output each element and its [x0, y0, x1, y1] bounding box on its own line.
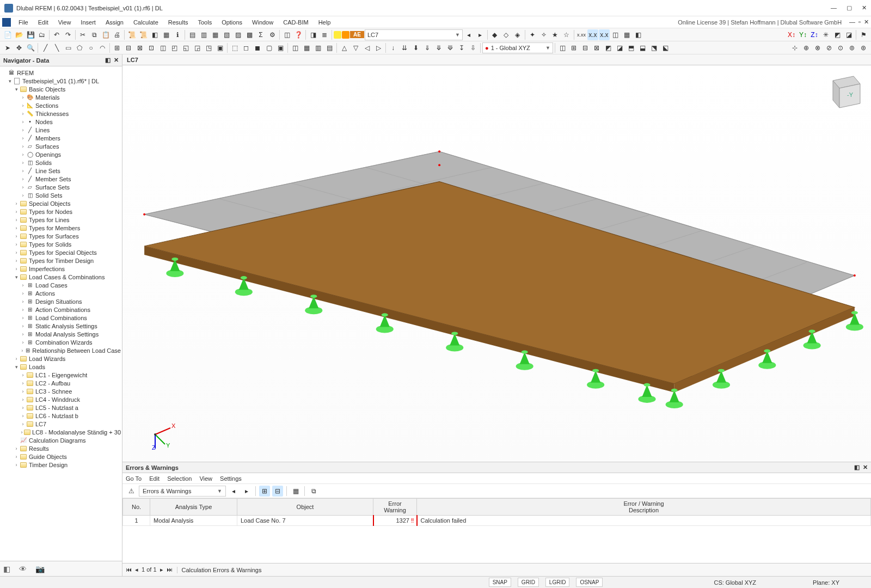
snap1-icon[interactable]: ⊹ — [789, 42, 800, 53]
close-panel-icon[interactable]: ✕ — [863, 464, 868, 471]
view-cube[interactable]: -Y — [822, 71, 864, 113]
ld7-icon[interactable]: ↧ — [456, 42, 467, 53]
ld1-icon[interactable]: ↓ — [388, 42, 398, 53]
display-icon[interactable]: ◨ — [308, 29, 318, 40]
pan-icon[interactable]: ✥ — [14, 42, 24, 53]
lbl2-icon[interactable]: x.x — [587, 29, 598, 40]
calc2-icon[interactable]: ⚙ — [267, 29, 278, 40]
tree-lcc-4[interactable]: ›⊞Load Combinations — [0, 314, 122, 322]
col-object[interactable]: Object — [237, 499, 373, 516]
maximize-button[interactable]: ▢ — [847, 4, 852, 11]
color1-icon[interactable] — [334, 31, 341, 39]
m8-icon[interactable]: ◲ — [192, 42, 203, 53]
menu-window[interactable]: Window — [248, 18, 278, 27]
prev-lc-icon[interactable]: ◂ — [463, 29, 474, 40]
tree-folder-8[interactable]: ›Imperfections — [0, 265, 122, 273]
tree-lcc[interactable]: ▾Load Cases & Combinations — [0, 273, 122, 281]
err-prev-icon[interactable]: ◂ — [228, 486, 239, 497]
tree-folder-3[interactable]: ›Types for Members — [0, 224, 122, 232]
m2-icon[interactable]: ⊟ — [123, 42, 134, 53]
v9-icon[interactable]: ⬔ — [648, 42, 659, 53]
snap4-icon[interactable]: ⊘ — [824, 42, 835, 53]
lbl6-icon[interactable]: ◧ — [633, 29, 644, 40]
tree-load-1[interactable]: ›LC2 - Aufbau — [0, 379, 122, 387]
tree-lcc-1[interactable]: ›⊞Actions — [0, 289, 122, 297]
menu-help[interactable]: Help — [314, 18, 335, 27]
menu-cadbim[interactable]: CAD-BIM — [279, 18, 312, 27]
tree-basic-5[interactable]: ›╱Members — [0, 134, 122, 142]
err-next-icon[interactable]: ▸ — [241, 486, 252, 497]
snap-toggle[interactable]: SNAP — [489, 578, 511, 587]
sup4-icon[interactable]: ▷ — [373, 42, 384, 53]
tree-folder-1[interactable]: ›Types for Nodes — [0, 207, 122, 216]
ld5-icon[interactable]: ⤋ — [433, 42, 444, 53]
axis-z-icon[interactable]: Z↕ — [809, 29, 820, 40]
tree-load-3[interactable]: ›LC4 - Winddruck — [0, 395, 122, 403]
errors-table[interactable]: No. Analysis Type Object Error Warning E… — [122, 498, 871, 563]
v3-icon[interactable]: ⊟ — [580, 42, 591, 53]
sigma-icon[interactable]: Σ — [255, 29, 266, 40]
tree-load-5[interactable]: ›LC6 - Nutzlast b — [0, 412, 122, 420]
s7-icon[interactable]: ▦ — [301, 42, 312, 53]
script2-icon[interactable]: 📜 — [138, 29, 149, 40]
star4-icon[interactable]: ☆ — [561, 29, 572, 40]
snap5-icon[interactable]: ⊙ — [835, 42, 846, 53]
tree-results[interactable]: ›Results — [0, 444, 122, 452]
prev-page-icon[interactable]: ◂ — [135, 566, 138, 573]
err-tool1-icon[interactable]: ⊞ — [259, 486, 270, 497]
rect-icon[interactable]: ▭ — [63, 42, 73, 53]
errors-filter-combo[interactable]: Errors & Warnings ▼ — [139, 486, 226, 497]
tree-lcc-3[interactable]: ›⊞Action Combinations — [0, 305, 122, 314]
err-menu-edit[interactable]: Edit — [149, 475, 160, 482]
tree-basic-6[interactable]: ›▱Surfaces — [0, 142, 122, 150]
tree-load-2[interactable]: ›LC3 - Schnee — [0, 387, 122, 395]
next-lc-icon[interactable]: ▸ — [475, 29, 486, 40]
tree-basic-7[interactable]: ›◯Openings — [0, 150, 122, 158]
v8-icon[interactable]: ⬓ — [637, 42, 648, 53]
menu-options[interactable]: Options — [217, 18, 247, 27]
err-menu-selection[interactable]: Selection — [167, 475, 192, 482]
ld4-icon[interactable]: ⇓ — [422, 42, 433, 53]
line-icon[interactable]: ╱ — [40, 42, 51, 53]
m9-icon[interactable]: ◳ — [203, 42, 214, 53]
ld8-icon[interactable]: ⇩ — [468, 42, 479, 53]
menu-calculate[interactable]: Calculate — [129, 18, 163, 27]
table4-icon[interactable]: ▧ — [221, 29, 232, 40]
poly-icon[interactable]: ⬠ — [74, 42, 85, 53]
tree-calc-diagrams[interactable]: 📈Calculation Diagrams — [0, 436, 122, 444]
table5-icon[interactable]: ▨ — [232, 29, 243, 40]
last-page-icon[interactable]: ⏭ — [167, 566, 173, 573]
axis-y-icon[interactable]: Y↕ — [798, 29, 808, 40]
tree-root[interactable]: 🏛RFEM — [0, 69, 122, 77]
menu-tools[interactable]: Tools — [193, 18, 216, 27]
axis-xyz-icon[interactable]: ✳ — [820, 29, 831, 40]
tree-lcc-8[interactable]: ›⊞Relationship Between Load Case — [0, 346, 122, 354]
tree-basic-8[interactable]: ›◫Solids — [0, 158, 122, 167]
err-tool4-icon[interactable]: ⧉ — [308, 486, 319, 497]
r3-icon[interactable]: ◈ — [512, 29, 523, 40]
v1-icon[interactable]: ◫ — [557, 42, 568, 53]
mdi-restore-button[interactable]: ▫ — [858, 19, 861, 26]
tree-load-4[interactable]: ›LC5 - Nutzlast a — [0, 403, 122, 412]
undo-icon[interactable]: ↶ — [51, 29, 62, 40]
ld6-icon[interactable]: ⟱ — [445, 42, 456, 53]
tree-load-0[interactable]: ›LC1 - Eigengewicht — [0, 371, 122, 379]
table3-icon[interactable]: ▦ — [210, 29, 220, 40]
navigator-tree[interactable]: 🏛RFEM▾Testbeispiel_v01 (1).rf6* | DL▾Bas… — [0, 66, 122, 561]
tree-folder-0[interactable]: ›Special Objects — [0, 199, 122, 207]
err-menu-goto[interactable]: Go To — [126, 475, 142, 482]
nav-tab3-icon[interactable]: 📷 — [35, 565, 45, 573]
s9-icon[interactable]: ▤ — [324, 42, 335, 53]
undock-icon[interactable]: ◧ — [105, 57, 111, 64]
redo-icon[interactable]: ↷ — [63, 29, 73, 40]
cut-icon[interactable]: ✂ — [77, 29, 88, 40]
s5-icon[interactable]: ▣ — [275, 42, 286, 53]
ld3-icon[interactable]: ⬇ — [410, 42, 421, 53]
v10-icon[interactable]: ⬕ — [660, 42, 671, 53]
tree-lcc-0[interactable]: ›⊞Load Cases — [0, 281, 122, 289]
r1-icon[interactable]: ◆ — [489, 29, 500, 40]
tree-folder-2[interactable]: ›Types for Lines — [0, 216, 122, 224]
axis-iso-icon[interactable]: ◩ — [832, 29, 843, 40]
tree-basic-1[interactable]: ›📐Sections — [0, 101, 122, 109]
err-menu-view[interactable]: View — [199, 475, 212, 482]
